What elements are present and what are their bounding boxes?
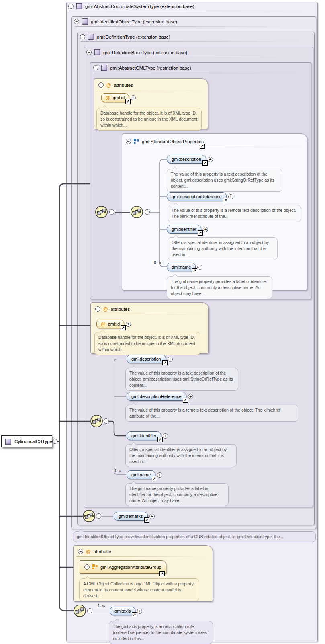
multiplicity-label: 0..∞ <box>154 260 161 265</box>
attribute-group-label: gml:AggregationAttributeGroup <box>100 565 161 570</box>
attribute-group-aggregation[interactable]: + gml:AggregationAttributeGroup ↗ <box>80 560 166 574</box>
element-label: gml:description <box>131 357 161 361</box>
link-icon[interactable]: ↗ <box>144 517 149 523</box>
link-icon[interactable]: ↗ <box>152 476 157 481</box>
root-type-label: CylindricalCSType <box>14 439 52 444</box>
collapse-icon[interactable]: − <box>52 439 57 444</box>
expand-icon[interactable]: + <box>197 265 202 270</box>
element-gml-description-reference[interactable]: gml:descriptionReference + ↗ <box>167 192 227 201</box>
attribute-label: gml:id <box>108 322 120 326</box>
attributes-label: attributes <box>111 307 130 312</box>
annotation-gml-id: Database handle for the object. It is of… <box>94 332 200 355</box>
collapse-icon[interactable]: − <box>145 209 150 215</box>
element-label: gml:descriptionReference <box>172 194 222 199</box>
element-gml-name[interactable]: gml:name + ↗ <box>127 470 155 479</box>
expand-icon[interactable]: + <box>208 157 213 162</box>
link-icon[interactable]: ↗ <box>162 360 168 365</box>
divider <box>76 556 205 557</box>
link-icon[interactable]: ↗ <box>202 160 208 166</box>
collapse-icon[interactable]: − <box>87 608 92 613</box>
expand-icon[interactable]: + <box>228 194 233 199</box>
attribute-icon: @ <box>86 549 91 554</box>
expand-icon[interactable]: + <box>84 564 90 570</box>
expand-icon[interactable]: + <box>163 433 168 439</box>
element-label: gml:description <box>172 157 201 162</box>
divider <box>94 314 203 314</box>
collapse-icon[interactable]: − <box>96 513 101 519</box>
element-gml-description[interactable]: gml:description + ↗ <box>127 355 166 363</box>
sequence-icon[interactable] <box>73 604 86 617</box>
annotation-description: The value of this property is a text des… <box>125 368 238 391</box>
annotation-aggregation-attribute-group: A GML Object Collection is any GML Objec… <box>79 578 199 601</box>
annotation-identified-object-type: gml:IdentifiedObjectType provides identi… <box>73 531 316 542</box>
link-icon[interactable]: ↗ <box>121 325 126 330</box>
sequence-icon[interactable] <box>130 205 143 219</box>
attribute-icon: @ <box>103 307 108 312</box>
root-type-cylindrical-cs-type[interactable]: CylindricalCSType <box>1 435 52 447</box>
annotation-name: The gml:name property provides a label o… <box>167 276 272 299</box>
element-gml-identifier[interactable]: gml:identifier + ↗ <box>167 225 201 234</box>
expand-icon[interactable]: + <box>188 394 193 399</box>
link-icon[interactable]: ↗ <box>192 268 197 273</box>
annotation-description-reference: The value of this property is a remote t… <box>168 205 301 222</box>
attributes-label: attributes <box>94 549 112 554</box>
collapse-icon[interactable]: − <box>95 306 100 312</box>
expand-icon[interactable]: + <box>157 472 162 478</box>
link-icon[interactable]: ↗ <box>198 230 203 236</box>
annotation-identifier: Often, a special identifier is assigned … <box>168 237 278 260</box>
link-icon[interactable]: ↗ <box>132 612 137 617</box>
element-label: gml:identifier <box>131 433 156 438</box>
attributes-header: − @ attributes <box>95 306 130 312</box>
element-label: gml:axis <box>114 609 131 613</box>
element-gml-description[interactable]: gml:description + ↗ <box>167 155 206 164</box>
annotation-description-reference: The value of this property is a remote t… <box>125 405 298 422</box>
collapse-icon[interactable]: − <box>78 549 83 554</box>
sequence-icon[interactable] <box>95 205 108 219</box>
complex-type-icon <box>5 439 11 445</box>
expand-icon[interactable]: + <box>137 609 142 614</box>
multiplicity-label: 1..∞ <box>98 603 105 608</box>
attribute-gml-id[interactable]: @ gml:id + ↗ <box>96 320 124 328</box>
link-icon[interactable]: ↗ <box>157 437 163 442</box>
collapse-icon[interactable]: − <box>109 209 114 215</box>
multiplicity-label: 0..∞ <box>114 468 121 473</box>
element-label: gml:descriptionReference <box>131 394 182 399</box>
element-gml-description-reference[interactable]: gml:descriptionReference + ↗ <box>127 392 186 401</box>
annotation-name: The gml:name property provides a label o… <box>125 483 229 506</box>
annotation-axis: The gml:axis property is an association … <box>109 621 213 644</box>
link-icon[interactable]: ↗ <box>159 571 165 576</box>
element-gml-axis[interactable]: gml:axis + ↗ <box>110 607 135 615</box>
element-label: gml:identifier <box>172 227 196 232</box>
sequence-icon[interactable] <box>82 509 96 523</box>
element-gml-name[interactable]: gml:name + ↗ <box>167 263 196 271</box>
link-icon[interactable]: ↗ <box>183 398 188 403</box>
annotation-identifier: Often, a special identifier is assigned … <box>125 444 237 467</box>
collapse-icon[interactable]: − <box>104 418 109 424</box>
expand-icon[interactable]: + <box>168 357 173 362</box>
sequence-icon[interactable] <box>90 414 103 428</box>
annotation-description: The value of this property is a text des… <box>167 169 282 192</box>
element-label: gml:name <box>172 265 191 269</box>
link-icon[interactable]: ↗ <box>223 198 228 203</box>
expand-icon[interactable]: + <box>149 514 155 519</box>
attributes-header: − @ attributes <box>78 548 112 554</box>
attribute-group-icon <box>92 564 98 570</box>
element-gml-remarks[interactable]: gml:remarks + ↗ <box>114 512 148 521</box>
element-gml-identifier[interactable]: gml:identifier + ↗ <box>127 431 161 440</box>
schema-diagram: − gml:AbstractCoordinateSystemType (exte… <box>0 0 325 644</box>
element-label: gml:name <box>131 472 151 477</box>
attribute-icon: @ <box>101 322 106 326</box>
expand-icon[interactable]: + <box>203 227 208 232</box>
element-label: gml:remarks <box>119 514 143 519</box>
expand-icon[interactable]: + <box>126 322 131 327</box>
